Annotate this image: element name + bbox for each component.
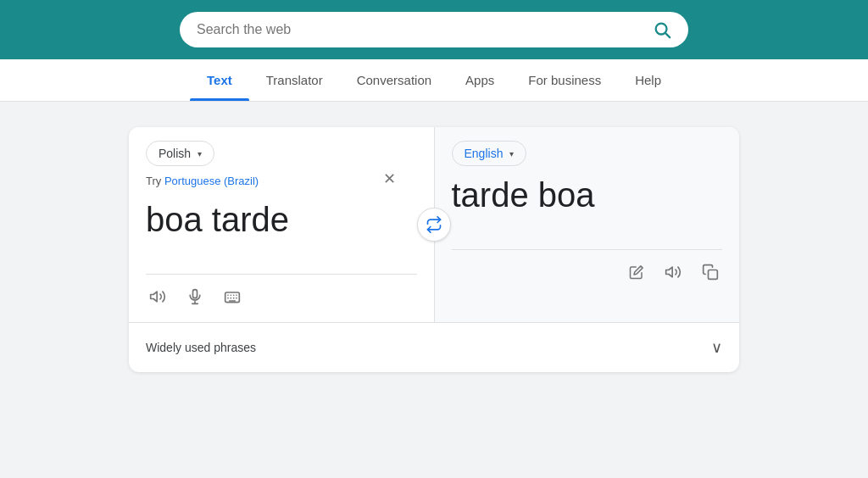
svg-point-0 (656, 24, 667, 35)
target-lang-chevron-icon: ▾ (509, 149, 514, 158)
try-suggestion-link[interactable]: Portuguese (Brazil) (164, 175, 259, 187)
header (0, 0, 868, 59)
speak-source-button[interactable] (146, 285, 170, 308)
target-lang-label: English (465, 147, 504, 160)
search-button[interactable] (653, 20, 671, 39)
nav-item-help[interactable]: Help (618, 59, 678, 101)
main-content: Polish ▾ Try Portuguese (Brazil) boa tar… (0, 102, 868, 397)
nav-item-conversation[interactable]: Conversation (340, 59, 448, 101)
mic-button[interactable] (183, 285, 207, 308)
copy-result-button[interactable] (698, 260, 722, 284)
source-toolbar (146, 274, 417, 308)
swap-languages-button[interactable] (417, 208, 451, 242)
swap-icon (426, 216, 442, 233)
search-icon (653, 20, 671, 39)
edit-icon (629, 264, 644, 280)
translation-panels: Polish ▾ Try Portuguese (Brazil) boa tar… (129, 127, 739, 322)
nav-bar: Text Translator Conversation Apps For bu… (0, 59, 868, 102)
nav-item-translator[interactable]: Translator (249, 59, 340, 101)
svg-marker-16 (666, 267, 673, 277)
clear-button[interactable]: ✕ (383, 170, 396, 188)
speaker-result-icon (665, 264, 682, 281)
widely-used-phrases-bar[interactable]: Widely used phrases ∨ (129, 322, 739, 372)
nav-item-text[interactable]: Text (190, 59, 249, 101)
speak-result-button[interactable] (661, 260, 685, 284)
phrases-label: Widely used phrases (146, 341, 256, 354)
source-panel: Polish ▾ Try Portuguese (Brazil) boa tar… (129, 127, 435, 322)
svg-marker-2 (151, 292, 158, 302)
svg-rect-3 (193, 290, 198, 298)
copy-icon (702, 264, 719, 281)
result-text: tarde boa (452, 175, 723, 215)
nav-item-apps[interactable]: Apps (448, 59, 511, 101)
source-lang-chevron-icon: ▾ (198, 149, 202, 158)
keyboard-button[interactable] (220, 285, 244, 308)
keyboard-icon (224, 288, 241, 305)
search-bar (180, 12, 688, 47)
try-suggestion: Try Portuguese (Brazil) (146, 175, 417, 187)
target-lang-selector[interactable]: English ▾ (452, 141, 527, 166)
phrases-chevron-icon: ∨ (711, 338, 722, 357)
svg-line-1 (666, 34, 670, 38)
mic-icon (186, 288, 203, 305)
svg-rect-17 (709, 270, 718, 280)
nav-item-for-business[interactable]: For business (511, 59, 618, 101)
source-lang-selector[interactable]: Polish ▾ (146, 141, 214, 166)
source-text: boa tarde (146, 199, 417, 240)
edit-result-button[interactable] (626, 260, 648, 284)
source-lang-label: Polish (159, 147, 191, 160)
result-toolbar (452, 249, 723, 284)
translator-card: Polish ▾ Try Portuguese (Brazil) boa tar… (129, 127, 739, 372)
result-panel: English ▾ tarde boa (435, 127, 740, 322)
search-input[interactable] (197, 22, 653, 37)
speaker-icon (149, 288, 166, 305)
